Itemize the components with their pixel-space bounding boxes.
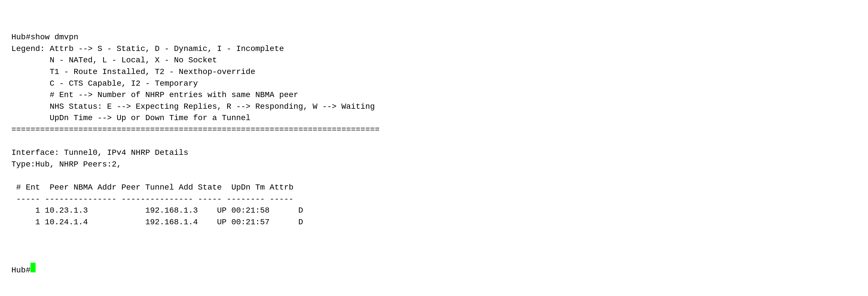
terminal-line: Interface: Tunnel0, IPv4 NHRP Details bbox=[11, 147, 857, 159]
terminal-line: 1 10.24.1.4 192.168.1.4 UP 00:21:57 D bbox=[11, 216, 857, 228]
terminal-lines: Hub#show dmvpnLegend: Attrb --> S - Stat… bbox=[11, 32, 857, 240]
terminal-line: ----- --------------- --------------- --… bbox=[11, 194, 857, 205]
terminal-line: Hub#show dmvpn bbox=[11, 32, 857, 43]
terminal-line: UpDn Time --> Up or Down Time for a Tunn… bbox=[11, 112, 857, 124]
terminal-line: Legend: Attrb --> S - Static, D - Dynami… bbox=[11, 43, 857, 55]
terminal-line: T1 - Route Installed, T2 - Nexthop-overr… bbox=[11, 66, 857, 78]
terminal-line: Type:Hub, NHRP Peers:2, bbox=[11, 159, 857, 171]
terminal-line: # Ent Peer NBMA Addr Peer Tunnel Add Sta… bbox=[11, 182, 857, 194]
terminal-cursor bbox=[30, 263, 36, 272]
terminal-line: ========================================… bbox=[11, 124, 857, 136]
terminal-output: Hub#show dmvpnLegend: Attrb --> S - Stat… bbox=[11, 8, 857, 288]
terminal-prompt: Hub# bbox=[11, 265, 30, 276]
terminal-line: 1 10.23.1.3 192.168.1.3 UP 00:21:58 D bbox=[11, 205, 857, 216]
terminal-line bbox=[11, 228, 857, 240]
prompt-line: Hub# bbox=[11, 263, 857, 276]
terminal-line bbox=[11, 170, 857, 182]
terminal-line: # Ent --> Number of NHRP entries with sa… bbox=[11, 89, 857, 101]
terminal-line: NHS Status: E --> Expecting Replies, R -… bbox=[11, 101, 857, 113]
terminal-line: N - NATed, L - Local, X - No Socket bbox=[11, 55, 857, 66]
terminal-line: C - CTS Capable, I2 - Temporary bbox=[11, 78, 857, 90]
terminal-line bbox=[11, 136, 857, 147]
